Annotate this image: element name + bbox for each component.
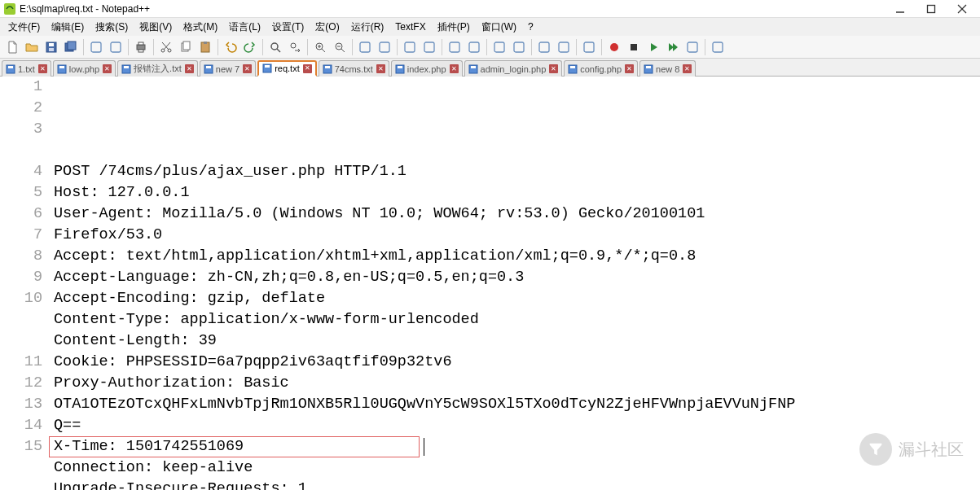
stop-icon[interactable] (625, 38, 643, 56)
code-line[interactable]: Firefox/53.0 (54, 225, 980, 246)
code-line[interactable]: Accept: text/html,application/xhtml+xml,… (54, 246, 980, 267)
svg-rect-34 (360, 42, 370, 52)
doc-map-icon[interactable] (555, 38, 573, 56)
menu-item-6[interactable]: 设置(T) (267, 19, 309, 36)
tab-close-icon[interactable]: ✕ (185, 64, 194, 73)
svg-rect-0 (4, 3, 15, 15)
print-icon[interactable] (132, 38, 150, 56)
save-all-icon[interactable] (62, 38, 80, 56)
close-button[interactable] (954, 2, 970, 16)
code-line[interactable]: Proxy-Authorization: Basic (54, 373, 980, 394)
new-file-icon[interactable] (3, 38, 21, 56)
maximize-button[interactable] (923, 2, 939, 16)
tab-new-7[interactable]: new 7✕ (200, 60, 256, 77)
monitor-icon[interactable] (580, 38, 598, 56)
func-list-icon[interactable] (535, 38, 553, 56)
zoom-out-icon[interactable] (331, 38, 349, 56)
play-multi-icon[interactable] (664, 38, 682, 56)
svg-rect-42 (539, 42, 549, 52)
line-number: 13 (0, 394, 42, 415)
uncomment-icon[interactable] (510, 38, 528, 56)
code-line[interactable]: Cookie: PHPSESSID=6a7pqpp2iv63aqtfif09p3… (54, 352, 980, 373)
code-line[interactable]: OTA1OTEzOTcxQHFxLmNvbTpjRm1ONXB5Rll0UGQw… (54, 394, 980, 415)
tab-close-icon[interactable]: ✕ (103, 64, 112, 73)
menu-item-12[interactable]: ? (523, 20, 538, 34)
svg-rect-60 (325, 66, 330, 68)
tab-close-icon[interactable]: ✕ (303, 64, 312, 73)
toolbar-separator (352, 39, 353, 55)
code-line[interactable]: Accept-Language: zh-CN,zh;q=0.8,en-US;q=… (54, 267, 980, 288)
wrap-icon[interactable] (401, 38, 419, 56)
paste-icon[interactable] (196, 38, 214, 56)
code-line[interactable]: Content-Type: application/x-www-form-url… (54, 309, 980, 330)
menu-item-2[interactable]: 搜索(S) (90, 19, 133, 36)
tab-index-php[interactable]: index.php✕ (391, 60, 463, 77)
code-line[interactable]: Accept-Encoding: gzip, deflate (54, 288, 980, 309)
menu-item-1[interactable]: 编辑(E) (46, 19, 89, 36)
save-macro-icon[interactable] (683, 38, 701, 56)
tab-label: req.txt (275, 63, 300, 73)
menu-item-9[interactable]: TextFX (390, 20, 430, 34)
tab-close-icon[interactable]: ✕ (376, 64, 385, 73)
menu-item-0[interactable]: 文件(F) (3, 19, 45, 36)
menu-item-5[interactable]: 语言(L) (224, 19, 266, 36)
menu-item-7[interactable]: 宏(O) (310, 19, 344, 36)
code-line[interactable]: User-Agent: Mozilla/5.0 (Windows NT 10.0… (54, 203, 980, 225)
tab--txt[interactable]: 报错注入.txt✕ (117, 60, 198, 77)
dir-ltr-icon[interactable] (709, 38, 727, 56)
undo-icon[interactable] (222, 38, 240, 56)
tab-close-icon[interactable]: ✕ (683, 64, 692, 73)
editor[interactable]: 123456789101112131415 POST /74cms/plus/a… (0, 77, 980, 490)
tab-close-icon[interactable]: ✕ (450, 64, 459, 73)
tab-close-icon[interactable]: ✕ (243, 64, 252, 73)
tab-1-txt[interactable]: 1.txt✕ (2, 60, 51, 77)
play-icon[interactable] (644, 38, 662, 56)
menu-item-4[interactable]: 格式(M) (178, 19, 222, 36)
indent-guide-icon[interactable] (446, 38, 464, 56)
line-number: 1 (0, 77, 42, 98)
close-all-icon[interactable] (107, 38, 125, 56)
code-line[interactable]: Connection: keep-alive (54, 457, 980, 479)
code-line[interactable]: POST /74cms/plus/ajax_user.php HTTP/1.1 (54, 161, 980, 182)
tab-close-icon[interactable]: ✕ (549, 64, 558, 73)
zoom-in-icon[interactable] (311, 38, 329, 56)
open-file-icon[interactable] (23, 38, 41, 56)
comment-icon[interactable] (490, 38, 508, 56)
code-line[interactable]: Content-Length: 39 (54, 330, 980, 352)
replace-icon[interactable] (286, 38, 304, 56)
tab-low-php[interactable]: low.php✕ (53, 60, 116, 77)
menu-item-8[interactable]: 运行(R) (346, 19, 389, 36)
cut-icon[interactable] (157, 38, 175, 56)
minimize-button[interactable] (892, 2, 908, 16)
show-all-icon[interactable] (420, 38, 438, 56)
menu-item-10[interactable]: 插件(P) (433, 19, 475, 36)
code-line[interactable]: Q== (54, 415, 980, 436)
tab-label: 74cms.txt (335, 64, 373, 74)
code-line[interactable]: Upgrade-Insecure-Requests: 1 (54, 479, 980, 490)
find-icon[interactable] (266, 38, 284, 56)
record-icon[interactable] (605, 38, 623, 56)
tab-new-8[interactable]: new 8✕ (639, 60, 696, 77)
menu-item-3[interactable]: 视图(V) (134, 19, 177, 36)
code-line[interactable]: Host: 127.0.0.1 (54, 182, 980, 203)
svg-rect-47 (688, 42, 697, 52)
sync-v-icon[interactable] (356, 38, 374, 56)
tab-74cms-txt[interactable]: 74cms.txt✕ (319, 60, 389, 77)
lang-icon[interactable] (465, 38, 483, 56)
save-icon[interactable] (42, 38, 60, 56)
code-area[interactable]: POST /74cms/plus/ajax_user.php HTTP/1.1H… (49, 77, 980, 490)
svg-rect-9 (68, 42, 76, 50)
toolbar-separator (531, 39, 532, 55)
tab-admin-login-php[interactable]: admin_login.php✕ (464, 60, 563, 77)
tab-config-php[interactable]: config.php✕ (564, 60, 638, 77)
redo-icon[interactable] (241, 38, 259, 56)
code-line[interactable]: X-Time: 1501742551069 (54, 436, 980, 457)
tab-close-icon[interactable]: ✕ (38, 64, 47, 73)
tab-req-txt[interactable]: req.txt✕ (257, 60, 317, 77)
tab-close-icon[interactable]: ✕ (625, 64, 634, 73)
sync-h-icon[interactable] (376, 38, 393, 56)
menu-item-11[interactable]: 窗口(W) (477, 19, 521, 36)
tab-label: 1.txt (18, 64, 35, 74)
copy-icon[interactable] (177, 38, 195, 56)
close-icon[interactable] (87, 38, 105, 56)
